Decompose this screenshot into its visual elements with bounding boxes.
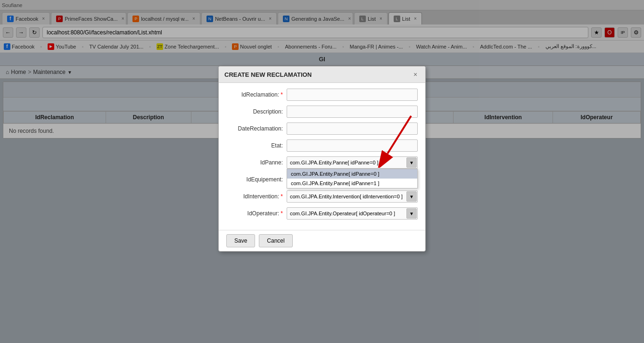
select-idintervention[interactable]: com.GI.JPA.Entity.Intervention[ idInterv… — [287, 190, 418, 203]
select-idoperateur-arrow[interactable]: ▼ — [406, 208, 417, 219]
input-datereclamation[interactable] — [287, 122, 418, 135]
form-row-etat: Etat: — [226, 139, 418, 152]
label-idintervention: IdIntervention: * — [226, 193, 283, 200]
modal-title: CREATE NEW RECLAMATION — [224, 71, 312, 78]
save-button[interactable]: Save — [226, 234, 255, 247]
label-idequipement: IdEquipement: — [226, 176, 283, 183]
form-row-datereclamation: DateReclamation: — [226, 122, 418, 135]
create-reclamation-modal: CREATE NEW RECLAMATION × IdReclamation: … — [218, 66, 426, 252]
label-etat: Etat: — [226, 142, 283, 149]
form-row-description: Description: — [226, 106, 418, 118]
label-idreclamation: IdReclamation: * — [226, 91, 283, 98]
input-idreclamation[interactable] — [287, 89, 418, 101]
select-idpanne-value: com.GI.JPA.Entity.Panne[ idPanne=0 ] — [290, 160, 379, 165]
label-idpanne: IdPanne: — [226, 159, 283, 166]
form-row-idpanne: IdPanne: com.GI.JPA.Entity.Panne[ idPann… — [226, 156, 418, 169]
modal-close-button[interactable]: × — [411, 70, 420, 79]
select-idpanne-arrow[interactable]: ▼ — [406, 157, 417, 168]
cancel-button[interactable]: Cancel — [259, 234, 292, 247]
label-description: Description: — [226, 108, 283, 115]
input-description[interactable] — [287, 106, 418, 118]
input-etat[interactable] — [287, 139, 418, 152]
dropdown-item-panne0[interactable]: com.GI.JPA.Entity.Panne[ idPanne=0 ] — [287, 169, 417, 179]
select-idoperateur[interactable]: com.GI.JPA.Entity.Operateur[ idOperateur… — [287, 207, 418, 220]
form-row-idoperateur: IdOperateur: * com.GI.JPA.Entity.Operate… — [226, 207, 418, 220]
select-wrapper-idintervention: com.GI.JPA.Entity.Intervention[ idInterv… — [287, 190, 418, 203]
idpanne-dropdown-list: com.GI.JPA.Entity.Panne[ idPanne=0 ] com… — [287, 169, 418, 188]
modal-body: IdReclamation: * Description: DateReclam… — [219, 83, 425, 230]
modal-header: CREATE NEW RECLAMATION × — [219, 66, 425, 83]
select-idintervention-arrow[interactable]: ▼ — [406, 191, 417, 202]
select-idintervention-value: com.GI.JPA.Entity.Intervention[ idInterv… — [290, 194, 403, 199]
form-row-idintervention: IdIntervention: * com.GI.JPA.Entity.Inte… — [226, 190, 418, 203]
label-idoperateur: IdOperateur: * — [226, 210, 283, 217]
form-row-idreclamation: IdReclamation: * — [226, 89, 418, 101]
select-idoperateur-value: com.GI.JPA.Entity.Operateur[ idOperateur… — [290, 211, 395, 216]
select-wrapper-idpanne: com.GI.JPA.Entity.Panne[ idPanne=0 ] ▼ c… — [287, 156, 418, 169]
select-wrapper-idoperateur: com.GI.JPA.Entity.Operateur[ idOperateur… — [287, 207, 418, 220]
label-datereclamation: DateReclamation: — [226, 125, 283, 132]
select-idpanne[interactable]: com.GI.JPA.Entity.Panne[ idPanne=0 ] — [287, 156, 418, 169]
modal-overlay: CREATE NEW RECLAMATION × IdReclamation: … — [0, 0, 644, 343]
dropdown-item-panne1[interactable]: com.GI.JPA.Entity.Panne[ idPanne=1 ] — [287, 179, 417, 188]
modal-footer: Save Cancel — [219, 230, 425, 251]
